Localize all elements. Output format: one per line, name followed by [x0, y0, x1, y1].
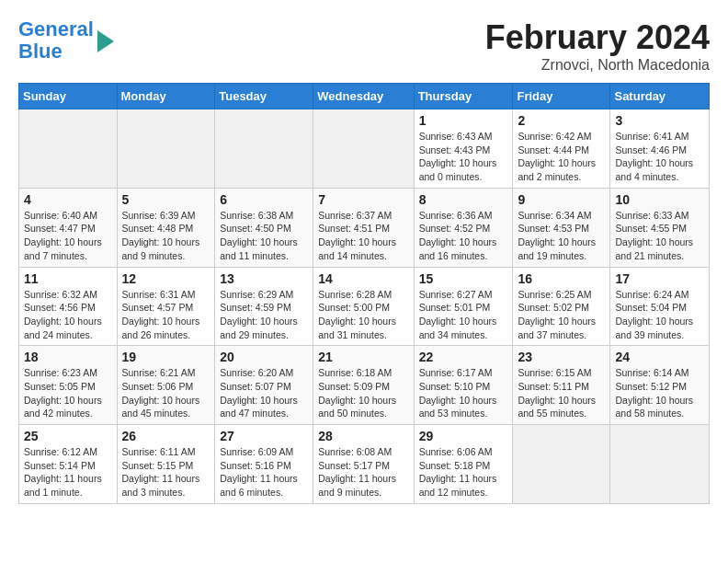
calendar-cell: [117, 109, 215, 189]
header-tuesday: Tuesday: [215, 84, 313, 109]
page-subtitle: Zrnovci, North Macedonia: [485, 57, 710, 74]
day-number: 1: [419, 113, 508, 128]
day-number: 7: [318, 192, 408, 207]
header-thursday: Thursday: [414, 84, 513, 109]
calendar-cell: [215, 109, 313, 189]
day-number: 13: [220, 271, 308, 286]
calendar-body: 1Sunrise: 6:43 AMSunset: 4:43 PMDaylight…: [19, 109, 710, 504]
day-number: 3: [615, 113, 704, 128]
day-number: 23: [518, 350, 605, 364]
calendar-cell: 3Sunrise: 6:41 AMSunset: 4:46 PMDaylight…: [610, 109, 710, 189]
logo: General Blue: [18, 18, 114, 63]
day-number: 29: [419, 429, 508, 443]
day-info: Sunrise: 6:15 AMSunset: 5:11 PMDaylight:…: [518, 366, 605, 420]
day-info: Sunrise: 6:21 AMSunset: 5:06 PMDaylight:…: [122, 366, 210, 420]
day-number: 21: [318, 350, 408, 364]
page-header: General Blue February 2024 Zrnovci, Nort…: [18, 18, 710, 74]
calendar-header-row: SundayMondayTuesdayWednesdayThursdayFrid…: [19, 84, 710, 109]
day-number: 12: [122, 271, 210, 286]
day-number: 18: [24, 350, 112, 364]
day-number: 15: [419, 271, 508, 286]
day-info: Sunrise: 6:12 AMSunset: 5:14 PMDaylight:…: [24, 445, 112, 500]
logo-blue: Blue: [18, 40, 63, 63]
calendar-week-1: 4Sunrise: 6:40 AMSunset: 4:47 PMDaylight…: [19, 188, 710, 267]
calendar-cell: 2Sunrise: 6:42 AMSunset: 4:44 PMDaylight…: [513, 109, 610, 189]
day-number: 17: [615, 271, 704, 286]
day-info: Sunrise: 6:23 AMSunset: 5:05 PMDaylight:…: [24, 366, 112, 420]
day-info: Sunrise: 6:09 AMSunset: 5:16 PMDaylight:…: [220, 445, 308, 500]
day-number: 27: [220, 429, 308, 443]
calendar-cell: 17Sunrise: 6:24 AMSunset: 5:04 PMDayligh…: [610, 267, 710, 346]
day-info: Sunrise: 6:40 AMSunset: 4:47 PMDaylight:…: [24, 209, 112, 263]
day-info: Sunrise: 6:42 AMSunset: 4:44 PMDaylight:…: [518, 130, 605, 184]
header-wednesday: Wednesday: [313, 84, 414, 109]
day-info: Sunrise: 6:37 AMSunset: 4:51 PMDaylight:…: [318, 209, 408, 263]
calendar-cell: 16Sunrise: 6:25 AMSunset: 5:02 PMDayligh…: [513, 267, 610, 346]
day-info: Sunrise: 6:43 AMSunset: 4:43 PMDaylight:…: [419, 130, 508, 184]
day-info: Sunrise: 6:25 AMSunset: 5:02 PMDaylight:…: [518, 288, 605, 342]
day-info: Sunrise: 6:11 AMSunset: 5:15 PMDaylight:…: [122, 445, 210, 500]
day-info: Sunrise: 6:27 AMSunset: 5:01 PMDaylight:…: [419, 288, 508, 342]
day-info: Sunrise: 6:18 AMSunset: 5:09 PMDaylight:…: [318, 366, 408, 420]
calendar-week-0: 1Sunrise: 6:43 AMSunset: 4:43 PMDaylight…: [19, 109, 710, 189]
calendar-cell: 20Sunrise: 6:20 AMSunset: 5:07 PMDayligh…: [215, 346, 313, 425]
calendar-cell: 14Sunrise: 6:28 AMSunset: 5:00 PMDayligh…: [313, 267, 414, 346]
calendar-table: SundayMondayTuesdayWednesdayThursdayFrid…: [18, 83, 710, 504]
day-number: 26: [122, 429, 210, 443]
day-info: Sunrise: 6:41 AMSunset: 4:46 PMDaylight:…: [615, 130, 704, 184]
logo-arrow-icon: [97, 30, 114, 52]
day-info: Sunrise: 6:39 AMSunset: 4:48 PMDaylight:…: [122, 209, 210, 263]
calendar-cell: 8Sunrise: 6:36 AMSunset: 4:52 PMDaylight…: [414, 188, 513, 267]
day-number: 14: [318, 271, 408, 286]
calendar-week-2: 11Sunrise: 6:32 AMSunset: 4:56 PMDayligh…: [19, 267, 710, 346]
calendar-cell: 25Sunrise: 6:12 AMSunset: 5:14 PMDayligh…: [19, 425, 118, 504]
day-info: Sunrise: 6:06 AMSunset: 5:18 PMDaylight:…: [419, 445, 508, 500]
day-number: 9: [518, 192, 605, 207]
calendar-cell: [313, 109, 414, 189]
day-number: 16: [518, 271, 605, 286]
calendar-cell: 24Sunrise: 6:14 AMSunset: 5:12 PMDayligh…: [610, 346, 710, 425]
calendar-cell: 5Sunrise: 6:39 AMSunset: 4:48 PMDaylight…: [117, 188, 215, 267]
calendar-cell: 10Sunrise: 6:33 AMSunset: 4:55 PMDayligh…: [610, 188, 710, 267]
calendar-cell: 15Sunrise: 6:27 AMSunset: 5:01 PMDayligh…: [414, 267, 513, 346]
calendar-cell: 7Sunrise: 6:37 AMSunset: 4:51 PMDaylight…: [313, 188, 414, 267]
calendar-week-3: 18Sunrise: 6:23 AMSunset: 5:05 PMDayligh…: [19, 346, 710, 425]
calendar-cell: 13Sunrise: 6:29 AMSunset: 4:59 PMDayligh…: [215, 267, 313, 346]
calendar-cell: [513, 425, 610, 504]
calendar-cell: 11Sunrise: 6:32 AMSunset: 4:56 PMDayligh…: [19, 267, 118, 346]
day-info: Sunrise: 6:34 AMSunset: 4:53 PMDaylight:…: [518, 209, 605, 263]
calendar-cell: 12Sunrise: 6:31 AMSunset: 4:57 PMDayligh…: [117, 267, 215, 346]
logo-general: General: [18, 17, 94, 40]
calendar-cell: 22Sunrise: 6:17 AMSunset: 5:10 PMDayligh…: [414, 346, 513, 425]
calendar-cell: 19Sunrise: 6:21 AMSunset: 5:06 PMDayligh…: [117, 346, 215, 425]
calendar-cell: 4Sunrise: 6:40 AMSunset: 4:47 PMDaylight…: [19, 188, 118, 267]
day-number: 11: [24, 271, 112, 286]
day-info: Sunrise: 6:14 AMSunset: 5:12 PMDaylight:…: [615, 366, 704, 420]
day-info: Sunrise: 6:31 AMSunset: 4:57 PMDaylight:…: [122, 288, 210, 342]
calendar-cell: 6Sunrise: 6:38 AMSunset: 4:50 PMDaylight…: [215, 188, 313, 267]
day-info: Sunrise: 6:36 AMSunset: 4:52 PMDaylight:…: [419, 209, 508, 263]
day-number: 2: [518, 113, 605, 128]
day-number: 28: [318, 429, 408, 443]
calendar-cell: 23Sunrise: 6:15 AMSunset: 5:11 PMDayligh…: [513, 346, 610, 425]
calendar-cell: 18Sunrise: 6:23 AMSunset: 5:05 PMDayligh…: [19, 346, 118, 425]
day-number: 5: [122, 192, 210, 207]
day-info: Sunrise: 6:24 AMSunset: 5:04 PMDaylight:…: [615, 288, 704, 342]
calendar-cell: 28Sunrise: 6:08 AMSunset: 5:17 PMDayligh…: [313, 425, 414, 504]
calendar-cell: 9Sunrise: 6:34 AMSunset: 4:53 PMDaylight…: [513, 188, 610, 267]
day-info: Sunrise: 6:29 AMSunset: 4:59 PMDaylight:…: [220, 288, 308, 342]
day-number: 22: [419, 350, 508, 364]
day-number: 20: [220, 350, 308, 364]
day-number: 25: [24, 429, 112, 443]
calendar-cell: 26Sunrise: 6:11 AMSunset: 5:15 PMDayligh…: [117, 425, 215, 504]
day-info: Sunrise: 6:28 AMSunset: 5:00 PMDaylight:…: [318, 288, 408, 342]
calendar-cell: 21Sunrise: 6:18 AMSunset: 5:09 PMDayligh…: [313, 346, 414, 425]
calendar-cell: 1Sunrise: 6:43 AMSunset: 4:43 PMDaylight…: [414, 109, 513, 189]
calendar-cell: [610, 425, 710, 504]
calendar-cell: [19, 109, 118, 189]
header-friday: Friday: [513, 84, 610, 109]
day-info: Sunrise: 6:17 AMSunset: 5:10 PMDaylight:…: [419, 366, 508, 420]
header-saturday: Saturday: [610, 84, 710, 109]
calendar-cell: 29Sunrise: 6:06 AMSunset: 5:18 PMDayligh…: [414, 425, 513, 504]
header-sunday: Sunday: [19, 84, 118, 109]
